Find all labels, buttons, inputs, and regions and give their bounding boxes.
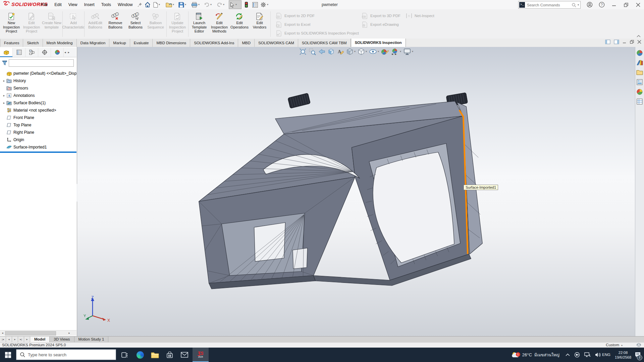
tab-first-icon[interactable]: |◂ bbox=[0, 337, 6, 343]
tab-solidworks-inspection[interactable]: SOLIDWORKS Inspection bbox=[351, 39, 406, 47]
tab-scroll-left-icon[interactable]: ◂ bbox=[64, 51, 66, 54]
print-caret[interactable]: ▾ bbox=[198, 3, 200, 6]
tab-evaluate[interactable]: Evaluate bbox=[130, 39, 153, 47]
section-view-button[interactable] bbox=[327, 48, 335, 55]
doc-tab-motion-study[interactable]: Motion Study 1 bbox=[74, 337, 109, 343]
search-commands-input[interactable] bbox=[526, 3, 572, 7]
tab-mbd[interactable]: MBD bbox=[238, 39, 255, 47]
doc-tab-3d-views[interactable]: 3D Views bbox=[50, 337, 74, 343]
tab-solidworks-add-ins[interactable]: SOLIDWORKS Add-Ins bbox=[190, 39, 238, 47]
file-explorer-taskbar-button[interactable] bbox=[148, 348, 162, 362]
close-button[interactable] bbox=[632, 0, 644, 9]
tree-filter-input[interactable] bbox=[9, 60, 75, 67]
view-palette-icon[interactable] bbox=[636, 78, 643, 86]
tree-item-front-plane[interactable]: Front Plane bbox=[0, 114, 76, 121]
restore-button[interactable] bbox=[620, 0, 632, 9]
account-button[interactable] bbox=[584, 0, 596, 9]
tab-sketch[interactable]: Sketch bbox=[23, 39, 43, 47]
appearances-scenes-icon[interactable] bbox=[636, 88, 643, 96]
open-document-button[interactable]: ▾ bbox=[165, 1, 177, 9]
network-icon[interactable] bbox=[584, 352, 591, 358]
doc-close-icon[interactable] bbox=[637, 40, 641, 44]
home-button[interactable] bbox=[144, 1, 152, 9]
solidworks-taskbar-button[interactable]: ƷS2024 bbox=[193, 348, 209, 362]
menu-insert[interactable]: Insert bbox=[81, 0, 98, 9]
open-document-caret[interactable]: ▾ bbox=[173, 3, 174, 6]
knob-left[interactable] bbox=[288, 93, 311, 108]
tab-scroll-right-icon[interactable]: ▸ bbox=[68, 51, 70, 54]
volume-icon[interactable] bbox=[595, 352, 601, 357]
featuremanager-tab[interactable] bbox=[0, 48, 13, 57]
apply-scene-caret[interactable]: ▾ bbox=[400, 50, 401, 53]
mail-taskbar-button[interactable] bbox=[177, 348, 192, 362]
status-custom-dropdown[interactable]: Custom ▴ bbox=[606, 343, 623, 348]
tab-solidworks-cam-tbm[interactable]: SOLIDWORKS CAM TBM bbox=[298, 39, 351, 47]
ribbon-button-new-inspection-project[interactable]: New Inspection Project bbox=[1, 11, 21, 34]
scroll-left-icon[interactable]: ◂ bbox=[0, 330, 5, 336]
ribbon-button-edit-inspection-methods[interactable]: Edit Inspection Methods bbox=[209, 11, 229, 34]
new-document-caret[interactable]: ▾ bbox=[159, 3, 160, 6]
panel-horizontal-scrollbar[interactable]: ◂ ▸ bbox=[0, 330, 76, 336]
meet-now-icon[interactable] bbox=[574, 352, 580, 358]
scrollbar-thumb[interactable] bbox=[5, 331, 56, 336]
ribbon-button-select-balloons[interactable]: 111 Select Balloons bbox=[125, 11, 146, 29]
display-style-button[interactable]: ▾ bbox=[358, 48, 367, 55]
search-scope-caret[interactable]: ▾ bbox=[578, 4, 579, 6]
command-search[interactable]: >_ ▾ bbox=[518, 1, 581, 9]
previous-view-button[interactable] bbox=[318, 48, 325, 55]
tab-mbd-dimensions[interactable]: MBD Dimensions bbox=[153, 39, 190, 47]
tree-item-right-plane[interactable]: Right Plane bbox=[0, 129, 76, 136]
minimize-button[interactable] bbox=[608, 0, 620, 9]
select-tool-button[interactable]: ▾ bbox=[229, 0, 241, 9]
start-button[interactable] bbox=[0, 348, 16, 362]
menu-tools[interactable]: Tools bbox=[98, 0, 114, 9]
hide-show-items-button[interactable]: ▾ bbox=[369, 48, 379, 55]
edge-taskbar-button[interactable] bbox=[133, 348, 148, 362]
view-settings-caret[interactable]: ▾ bbox=[412, 50, 413, 53]
status-custom-caret[interactable]: ▴ bbox=[621, 344, 623, 347]
search-icon[interactable] bbox=[572, 3, 576, 7]
expand-arrow-icon[interactable]: ▸ bbox=[2, 101, 6, 105]
pane-left-icon[interactable] bbox=[605, 40, 610, 44]
edit-appearance-button[interactable] bbox=[381, 48, 389, 55]
file-properties-button[interactable] bbox=[251, 1, 259, 9]
custom-properties-icon[interactable] bbox=[636, 98, 643, 105]
menu-view[interactable]: View bbox=[65, 0, 81, 9]
file-explorer-icon[interactable] bbox=[636, 69, 643, 76]
doc-minimize-icon[interactable] bbox=[623, 40, 627, 44]
view-orientation-button[interactable]: ▾ bbox=[346, 48, 356, 55]
displaymanager-tab[interactable] bbox=[51, 48, 64, 57]
menu-edit[interactable]: Edit bbox=[51, 0, 65, 9]
ribbon-button-edit-operations[interactable]: Edit Operations bbox=[229, 11, 250, 29]
tab-prev-icon[interactable]: ◂ bbox=[6, 337, 12, 343]
menu-file[interactable]: File bbox=[38, 0, 51, 9]
tab-next-icon[interactable]: ▸ bbox=[12, 337, 18, 343]
save-caret[interactable]: ▾ bbox=[185, 3, 186, 6]
tree-item-origin[interactable]: Origin bbox=[0, 136, 76, 143]
graphics-viewport[interactable]: A ▾ ▾ ▾ ▾ bbox=[77, 47, 635, 336]
pane-right-icon[interactable] bbox=[614, 40, 619, 44]
help-button[interactable]: ? bbox=[596, 0, 608, 9]
propertymanager-tab[interactable] bbox=[13, 48, 25, 57]
zoom-to-area-button[interactable] bbox=[309, 48, 316, 55]
doc-restore-icon[interactable] bbox=[630, 40, 634, 44]
resources-icon[interactable] bbox=[636, 49, 643, 57]
taskbar-search[interactable]: Type here to search bbox=[16, 349, 116, 360]
menu-window[interactable]: Window bbox=[114, 0, 136, 9]
annotation-view-button[interactable]: A bbox=[337, 48, 344, 55]
rebuild-button[interactable] bbox=[242, 1, 250, 9]
hide-show-caret[interactable]: ▾ bbox=[378, 50, 379, 53]
hidden-icons-chevron[interactable] bbox=[566, 353, 570, 356]
pin-menu-icon[interactable] bbox=[138, 2, 142, 7]
quick-tips-icon[interactable] bbox=[636, 343, 641, 347]
tab-data-migration[interactable]: Data Migration bbox=[77, 39, 110, 47]
rollback-bar[interactable] bbox=[0, 152, 76, 153]
doc-tab-model[interactable]: Model bbox=[30, 337, 50, 343]
options-caret[interactable]: ▾ bbox=[267, 3, 268, 6]
tree-item-history[interactable]: ▸ History bbox=[0, 77, 76, 84]
select-tool-caret[interactable]: ▾ bbox=[235, 3, 237, 6]
view-orientation-caret[interactable]: ▾ bbox=[354, 50, 356, 53]
tab-solidworks-cam[interactable]: SOLIDWORKS CAM bbox=[255, 39, 298, 47]
tab-features[interactable]: Features bbox=[0, 39, 23, 47]
configurationmanager-tab[interactable] bbox=[25, 48, 38, 57]
